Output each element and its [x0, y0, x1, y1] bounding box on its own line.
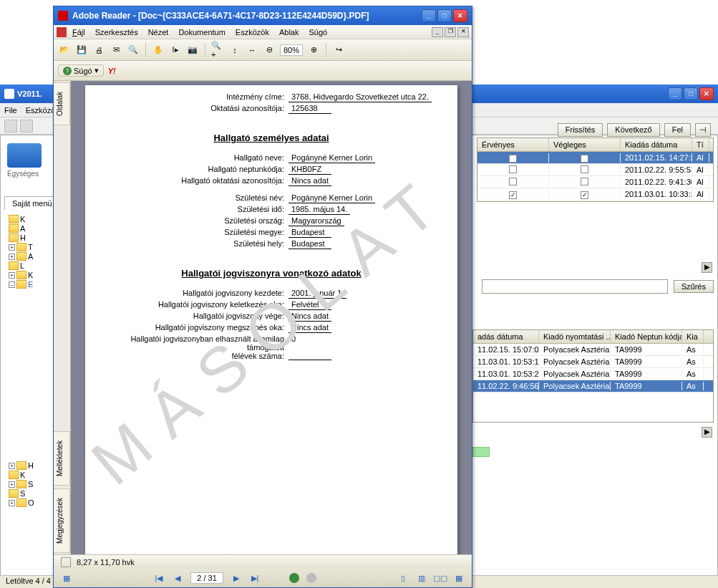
page-viewport[interactable]: MÁSOLAT Intézmény címe:3768, Hidvegardo …: [71, 81, 472, 554]
reader-maximize-button[interactable]: □: [437, 9, 452, 22]
expand-icon[interactable]: +: [9, 272, 15, 279]
checkbox[interactable]: ■: [581, 155, 588, 163]
checkbox[interactable]: ✓: [581, 191, 588, 199]
nav-back-icon[interactable]: [289, 573, 299, 583]
col-datum[interactable]: Kiadás dátuma: [621, 138, 692, 151]
expand-icon[interactable]: +: [9, 244, 15, 251]
single-page-icon[interactable]: ▯: [397, 572, 409, 584]
tree-label[interactable]: H: [28, 461, 34, 470]
col-kiado-nyomtatasi[interactable]: Kiadó nyomtatási ...: [539, 330, 611, 343]
col-kia[interactable]: Kia: [682, 330, 704, 343]
fit-page-icon[interactable]: ↕: [228, 44, 241, 57]
snapshot-icon[interactable]: 📷: [186, 44, 199, 57]
zoom-input[interactable]: 80%: [280, 44, 303, 56]
checkbox[interactable]: [581, 178, 588, 185]
hand-icon[interactable]: ✋: [152, 44, 165, 57]
tree-label[interactable]: T: [28, 243, 33, 251]
expand-icon[interactable]: +: [9, 254, 15, 260]
tree-label[interactable]: K: [28, 271, 33, 279]
checkbox[interactable]: [509, 178, 517, 185]
mdi-close-button[interactable]: ✕: [457, 27, 469, 37]
back-icon[interactable]: [4, 120, 17, 132]
first-page-icon[interactable]: |◀: [153, 572, 165, 584]
filter-combo[interactable]: [482, 279, 668, 294]
forward-icon[interactable]: [20, 120, 33, 132]
rotate-icon[interactable]: ↪: [332, 44, 345, 57]
bg-close-button[interactable]: ✕: [699, 87, 714, 100]
col-ti[interactable]: Tí: [692, 138, 709, 151]
tab-own-menu[interactable]: Saját menü: [4, 196, 60, 210]
table-row[interactable]: ✓✓2011.03.01. 10:33:3Al: [477, 188, 713, 201]
tree-label[interactable]: H: [20, 233, 26, 242]
tree-label[interactable]: A: [20, 224, 25, 233]
menu-ablak[interactable]: Ablak: [275, 26, 304, 38]
col-ervenyes[interactable]: Érvényes: [477, 138, 549, 151]
up-button[interactable]: Fel: [664, 123, 691, 137]
fit-width-icon[interactable]: ↔: [246, 44, 258, 57]
side-tab-pages[interactable]: Oldalak: [54, 82, 70, 125]
save-icon[interactable]: 💾: [75, 44, 88, 57]
table-row[interactable]: 11.02.22. 9:46:56Polyacsek AsztériaTA999…: [473, 380, 713, 392]
table-row[interactable]: 2011.02.22. 9:55:53Al: [477, 164, 713, 176]
col-adas-datuma[interactable]: adás dátuma: [473, 330, 539, 343]
zoom-out-icon[interactable]: ⊖: [263, 44, 276, 57]
bg-maximize-button[interactable]: □: [684, 87, 698, 100]
checkbox[interactable]: [581, 165, 588, 173]
scroll-right-button[interactable]: ▶: [702, 262, 712, 273]
checkbox[interactable]: ■: [509, 155, 517, 163]
last-page-icon[interactable]: ▶|: [249, 572, 261, 584]
open-icon[interactable]: 📂: [58, 44, 71, 57]
bg-minimize-button[interactable]: _: [668, 87, 682, 100]
tree-label[interactable]: K: [20, 215, 25, 223]
email-icon[interactable]: ✉: [110, 44, 122, 57]
mdi-restore-button[interactable]: ❐: [445, 27, 456, 37]
expand-icon[interactable]: +: [9, 463, 15, 469]
checkbox[interactable]: ✓: [509, 191, 517, 199]
menu-dokumentum[interactable]: Dokumentum: [174, 26, 229, 38]
tree-label[interactable]: E: [28, 280, 33, 289]
zoom-in-icon[interactable]: 🔍+: [211, 44, 224, 57]
side-tab-comments[interactable]: Megjegyzések: [54, 488, 70, 553]
menu-eszkozok[interactable]: Eszközök: [231, 26, 273, 38]
mdi-minimize-button[interactable]: _: [432, 27, 443, 37]
zoom-in-plus-icon[interactable]: ⊕: [307, 44, 320, 57]
prev-page-icon[interactable]: ◀: [172, 572, 183, 584]
table-row[interactable]: 11.03.01. 10:53:1Polyacsek AsztériaTA999…: [473, 356, 713, 368]
print-icon[interactable]: 🖨: [92, 44, 105, 57]
reader-titlebar[interactable]: Adobe Reader - [Doc~{C333ACE4-6A71-4C17-…: [54, 6, 472, 25]
bg-menu-file[interactable]: File: [4, 106, 17, 115]
facing-icon[interactable]: ▢▢: [435, 572, 446, 584]
tree-label[interactable]: L: [20, 261, 24, 270]
tree-label[interactable]: A: [28, 252, 33, 261]
side-tab-attachments[interactable]: Mellékletek: [54, 431, 70, 486]
menu-sugo[interactable]: Súgó: [304, 26, 331, 38]
checkbox[interactable]: [509, 165, 517, 173]
collapse-icon[interactable]: –: [9, 281, 15, 288]
table-row[interactable]: 11.02.15. 15:07:0Polyacsek AsztériaTA999…: [473, 344, 713, 356]
continuous-icon[interactable]: ▥: [416, 572, 427, 584]
filter-button[interactable]: Szűrés: [674, 280, 714, 293]
tree-label[interactable]: S: [20, 489, 25, 498]
tree-label[interactable]: O: [28, 498, 34, 507]
expand-icon[interactable]: +: [9, 500, 15, 506]
select-icon[interactable]: I▸: [169, 44, 182, 57]
search-icon[interactable]: 🔍: [127, 44, 140, 57]
reader-close-button[interactable]: ✕: [453, 9, 467, 22]
scroll-right-button[interactable]: ▶: [702, 427, 712, 438]
layout-icon[interactable]: ▦: [61, 572, 72, 584]
reader-minimize-button[interactable]: _: [422, 9, 436, 22]
tree-label[interactable]: K: [20, 471, 25, 479]
next-page-icon[interactable]: ▶: [231, 572, 242, 584]
issue-grid[interactable]: adás dátuma Kiadó nyomtatási ... Kiadó N…: [472, 329, 714, 423]
table-row[interactable]: 11.03.01. 10:53:2Polyacsek AsztériaTA999…: [473, 368, 713, 380]
refresh-button[interactable]: Frissítés: [558, 123, 603, 137]
col-kiado-neptun[interactable]: Kiadó Neptun kódja: [611, 330, 682, 343]
menu-nezet[interactable]: Nézet: [144, 26, 173, 38]
pin-button[interactable]: ⊣: [695, 123, 711, 137]
next-button[interactable]: Következő: [607, 123, 659, 137]
table-row[interactable]: 2011.02.22. 9:41:30Al: [477, 176, 713, 188]
continuous-facing-icon[interactable]: ▦: [453, 572, 465, 584]
help-button[interactable]: ? Súgó ▾: [58, 64, 104, 77]
table-row[interactable]: ■■2011.02.15. 14:27:3Al: [477, 152, 713, 164]
yahoo-icon[interactable]: Y!: [108, 67, 116, 75]
